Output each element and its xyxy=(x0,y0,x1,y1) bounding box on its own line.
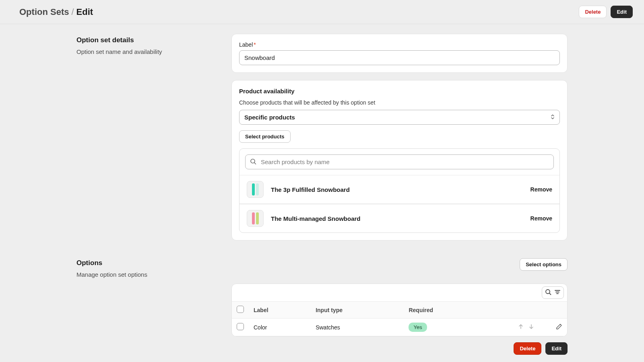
col-label: Label xyxy=(249,302,311,319)
options-subtext: Manage option set options xyxy=(76,271,219,278)
details-subtext: Option set name and availability xyxy=(76,48,219,55)
svg-line-1 xyxy=(254,162,256,164)
edit-button-bottom[interactable]: Edit xyxy=(545,342,568,355)
breadcrumb-parent[interactable]: Option Sets xyxy=(19,7,69,17)
required-star: * xyxy=(254,41,256,48)
label-input[interactable] xyxy=(239,50,560,65)
breadcrumb: Option Sets / Edit xyxy=(19,7,93,17)
product-row: The 3p Fulfilled Snowboard Remove xyxy=(239,175,559,204)
breadcrumb-current: Edit xyxy=(76,7,93,17)
availability-help: Choose products that will be affected by… xyxy=(239,99,560,106)
move-down-icon[interactable] xyxy=(528,324,534,331)
label-field-label: Label* xyxy=(239,41,560,48)
product-name: The 3p Fulfilled Snowboard xyxy=(271,186,530,193)
availability-heading: Product availability xyxy=(239,88,560,95)
select-products-button[interactable]: Select products xyxy=(239,130,291,143)
delete-button-top[interactable]: Delete xyxy=(579,6,607,18)
search-icon xyxy=(250,158,256,166)
col-input-type: Input type xyxy=(311,302,404,319)
row-checkbox[interactable] xyxy=(237,323,244,330)
product-name: The Multi-managed Snowboard xyxy=(271,215,530,222)
product-search-input[interactable] xyxy=(245,154,554,169)
svg-line-3 xyxy=(549,293,551,295)
col-required: Required xyxy=(404,302,491,319)
details-heading: Option set details xyxy=(76,36,219,44)
row-label: Color xyxy=(249,319,311,336)
move-up-icon[interactable] xyxy=(518,324,524,331)
availability-scope-select[interactable]: Specific products xyxy=(239,110,560,125)
edit-row-icon[interactable] xyxy=(556,323,562,331)
remove-product-button[interactable]: Remove xyxy=(530,215,552,222)
delete-button-bottom[interactable]: Delete xyxy=(514,342,541,355)
product-thumb xyxy=(247,210,264,227)
select-all-checkbox[interactable] xyxy=(237,306,244,313)
filter-icon[interactable] xyxy=(554,289,561,296)
breadcrumb-separator: / xyxy=(71,7,74,17)
remove-product-button[interactable]: Remove xyxy=(530,186,552,193)
product-thumb xyxy=(247,181,264,198)
edit-button-top[interactable]: Edit xyxy=(611,6,633,18)
select-options-button[interactable]: Select options xyxy=(520,258,568,271)
option-row: Color Swatches Yes xyxy=(232,319,567,336)
search-icon[interactable] xyxy=(545,289,551,296)
required-badge: Yes xyxy=(409,323,427,332)
row-input-type: Swatches xyxy=(311,319,404,336)
options-heading: Options xyxy=(76,259,219,267)
product-row: The Multi-managed Snowboard Remove xyxy=(239,204,559,232)
